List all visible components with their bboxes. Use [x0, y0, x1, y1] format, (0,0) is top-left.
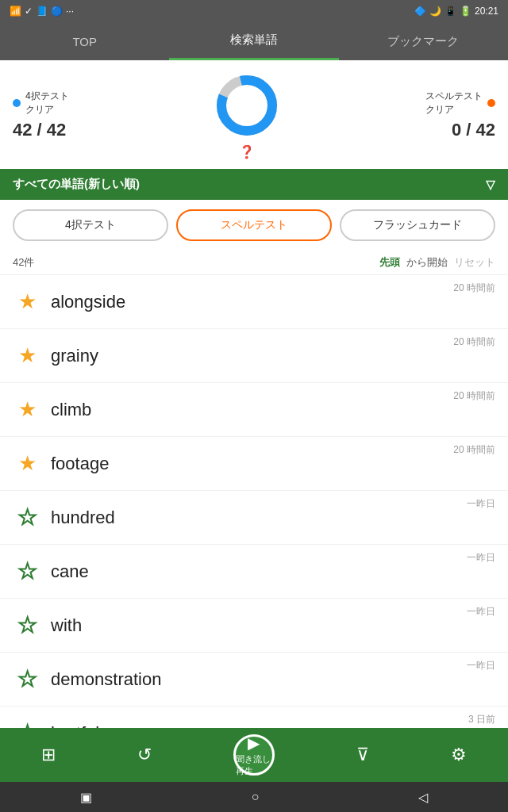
star-icon-7[interactable]: ★ — [13, 611, 41, 640]
word-text-5: hundred — [51, 508, 495, 528]
word-item-4[interactable]: ★footage20 時間前 — [0, 437, 508, 491]
spell-label: スペルテストクリア — [425, 90, 495, 117]
word-text-6: cane — [51, 561, 495, 582]
word-time-8: 一昨日 — [467, 659, 495, 672]
word-item-1[interactable]: ★alongside20 時間前 — [0, 275, 508, 329]
word-text-4: footage — [51, 454, 495, 474]
spell-count: 0 / 42 — [452, 120, 495, 140]
star-icon-1[interactable]: ★ — [13, 288, 41, 316]
word-time-3: 20 時間前 — [453, 389, 495, 403]
status-left-icons: 📶 ✓ 📘 🔵 ··· — [10, 6, 74, 17]
nav-home[interactable]: ⊞ — [41, 745, 56, 765]
word-item-5[interactable]: ★hundred一昨日 — [0, 491, 508, 545]
stats-section: 4択テストクリア 42 / 42 ❓ スペルテストクリア 0 / 42 — [0, 60, 508, 169]
tab-bookmark[interactable]: ブックマーク — [339, 22, 508, 60]
quiz4-count: 42 / 42 — [13, 120, 69, 140]
quiz4-button[interactable]: 4択テスト — [13, 209, 168, 241]
donut-chart: ❓ — [211, 70, 283, 159]
play-icon: ▶ — [248, 733, 260, 753]
signal-icon: 📶 — [10, 6, 21, 17]
android-back-btn[interactable]: ◁ — [418, 790, 428, 805]
android-nav: ▣ ○ ◁ — [0, 782, 508, 812]
quiz4-label: 4択テストクリア — [13, 90, 69, 117]
orange-dot — [487, 99, 495, 107]
stats-right: スペルテストクリア 0 / 42 — [425, 90, 495, 140]
android-home-btn[interactable]: ○ — [252, 790, 260, 804]
star-icon-8[interactable]: ★ — [13, 665, 41, 694]
star-icon-6[interactable]: ★ — [13, 557, 41, 586]
section-header: すべての単語(新しい順) ▽ — [0, 169, 508, 200]
section-title: すべての単語(新しい順) — [13, 177, 140, 192]
check-icon: ✓ — [25, 6, 33, 17]
bluetooth-icon: 🔷 — [414, 6, 426, 17]
home-icon: ⊞ — [41, 745, 56, 765]
fb-icon: 📘 — [36, 6, 48, 17]
word-text-2: grainy — [51, 346, 495, 366]
tab-search[interactable]: 検索単語 — [169, 22, 338, 60]
word-item-7[interactable]: ★with一昨日 — [0, 599, 508, 653]
nav-tabs: TOP 検索単語 ブックマーク — [0, 22, 508, 60]
sim-icon: 📱 — [444, 6, 456, 17]
donut-help-icon[interactable]: ❓ — [239, 144, 255, 159]
blue-dot — [13, 99, 21, 107]
word-item-3[interactable]: ★climb20 時間前 — [0, 383, 508, 437]
status-bar: 📶 ✓ 📘 🔵 ··· 🔷 🌙 📱 🔋 20:21 — [0, 0, 508, 22]
test-buttons: 4択テスト スペルテスト フラッシュカード — [0, 200, 508, 251]
word-time-2: 20 時間前 — [453, 335, 495, 349]
battery-icon: 🔋 — [460, 6, 471, 17]
word-text-1: alongside — [51, 292, 495, 312]
play-label: 聞き流し再生 — [236, 753, 272, 777]
refresh-icon: ↺ — [137, 745, 152, 765]
word-text-3: climb — [51, 400, 495, 420]
word-item-6[interactable]: ★cane一昨日 — [0, 545, 508, 599]
moon-icon: 🌙 — [429, 6, 441, 17]
nav-refresh[interactable]: ↺ — [137, 745, 152, 765]
word-time-7: 一昨日 — [467, 605, 495, 619]
word-text-8: demonstration — [51, 669, 495, 690]
android-square-btn[interactable]: ▣ — [80, 790, 92, 805]
star-icon-4[interactable]: ★ — [13, 450, 41, 478]
word-time-6: 一昨日 — [467, 551, 495, 565]
flash-button[interactable]: フラッシュカード — [340, 209, 495, 241]
nav-settings[interactable]: ⚙ — [451, 745, 467, 765]
reset-link[interactable]: リセット — [454, 255, 495, 270]
word-item-8[interactable]: ★demonstration一昨日 — [0, 653, 508, 707]
clock: 20:21 — [475, 6, 498, 17]
word-time-4: 20 時間前 — [453, 443, 495, 457]
stats-left: 4択テストクリア 42 / 42 — [13, 90, 69, 140]
word-meta: 42件 先頭 から開始 リセット — [0, 251, 508, 275]
status-right: 🔷 🌙 📱 🔋 20:21 — [414, 6, 498, 17]
sort-start[interactable]: 先頭 — [379, 255, 400, 270]
nav-filter[interactable]: ⊽ — [356, 745, 369, 765]
word-text-7: with — [51, 615, 495, 636]
circle-icon: 🔵 — [51, 6, 63, 17]
bottom-nav: ⊞ ↺ ▶ 聞き流し再生 ⊽ ⚙ — [0, 728, 508, 782]
play-button[interactable]: ▶ 聞き流し再生 — [233, 734, 275, 776]
word-time-1: 20 時間前 — [453, 282, 495, 295]
word-item-2[interactable]: ★grainy20 時間前 — [0, 329, 508, 383]
more-icon: ··· — [66, 6, 74, 17]
word-count: 42件 — [13, 255, 34, 270]
star-icon-2[interactable]: ★ — [13, 342, 41, 370]
sort-controls: 先頭 から開始 リセット — [379, 255, 495, 270]
star-icon-5[interactable]: ★ — [13, 504, 41, 532]
settings-icon: ⚙ — [451, 745, 467, 765]
word-time-5: 一昨日 — [467, 497, 495, 511]
filter-nav-icon: ⊽ — [356, 745, 369, 765]
spell-button[interactable]: スペルテスト — [176, 209, 332, 241]
star-icon-3[interactable]: ★ — [13, 396, 41, 424]
filter-icon[interactable]: ▽ — [486, 178, 495, 192]
word-time-9: 3 日前 — [468, 713, 495, 726]
tab-top[interactable]: TOP — [0, 22, 169, 60]
sort-suffix: から開始 — [406, 255, 448, 270]
